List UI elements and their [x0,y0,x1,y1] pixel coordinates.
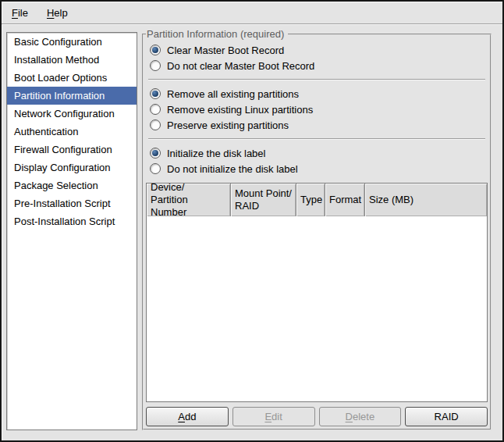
radio-preserve-partitions[interactable]: Preserve existing partitions [150,117,488,133]
menu-item-help[interactable]: Help [41,5,73,21]
app-window: File Help Basic Configuration Installati… [0,0,504,442]
separator [148,79,485,80]
sidebar-item-basic-configuration[interactable]: Basic Configuration [7,33,137,51]
radio-label: Do not clear Master Boot Record [167,60,314,72]
sidebar-item-firewall-configuration[interactable]: Firewall Configuration [7,141,137,159]
radio-no-initialize-disk-label[interactable]: Do not initialize the disk label [150,161,488,176]
menu-help-mnemonic: H [47,7,54,19]
radio-label: Remove existing Linux partitions [167,104,313,116]
sidebar-item-display-configuration[interactable]: Display Configuration [7,159,137,176]
sidebar-item-pre-installation-script[interactable]: Pre-Installation Script [7,194,137,212]
add-button[interactable]: Add [146,407,229,426]
radio-label: Initialize the disk label [167,148,265,159]
sidebar-item-boot-loader-options[interactable]: Boot Loader Options [7,69,137,87]
radio-indicator [150,88,161,99]
radio-remove-linux-partitions[interactable]: Remove existing Linux partitions [150,102,488,117]
button-mnemonic: A [178,411,185,422]
radio-label: Do not initialize the disk label [167,163,298,175]
sidebar-item-post-installation-script[interactable]: Post-Installation Script [7,212,137,230]
radio-remove-all-partitions[interactable]: Remove all existing partitions [150,86,488,102]
radio-label: Clear Master Boot Record [167,45,284,56]
menu-file-mnemonic: F [12,7,18,19]
main-content: Basic Configuration Installation Method … [2,24,502,440]
column-header-mount-point-raid[interactable]: Mount Point/ RAID [231,184,296,216]
edit-button[interactable]: Edit [232,407,315,426]
button-label: RAID [435,411,459,422]
button-label: elete [353,411,374,422]
partition-table-body [147,216,487,401]
sidebar-item-partition-information[interactable]: Partition Information [7,87,137,105]
radio-label: Preserve existing partitions [167,119,289,131]
raid-button[interactable]: RAID [405,407,488,426]
radio-no-clear-mbr[interactable]: Do not clear Master Boot Record [150,58,488,73]
menu-help-label: elp [54,7,67,19]
column-header-device-partition-number[interactable]: Device/ Partition Number [147,184,231,216]
category-list: Basic Configuration Installation Method … [6,32,137,430]
button-mnemonic: D [346,411,353,422]
sidebar-item-installation-method[interactable]: Installation Method [7,51,137,69]
frame-title: Partition Information (required) [146,28,288,40]
sidebar-item-network-configuration[interactable]: Network Configuration [7,105,137,123]
button-label: dd [185,411,196,422]
radio-indicator [150,45,161,55]
button-label: dit [272,411,282,422]
right-panel: Partition Information (required) Clear M… [142,32,492,430]
menu-item-file[interactable]: File [6,5,34,21]
table-buttons-row: Add Edit Delete RAID [146,407,488,426]
menu-bar: File Help [2,2,502,24]
column-header-type[interactable]: Type [296,184,325,216]
radio-indicator [150,104,161,115]
separator [148,138,485,140]
radio-label: Remove all existing partitions [167,88,299,100]
delete-button[interactable]: Delete [319,407,402,426]
radio-indicator [150,119,161,130]
partition-information-frame: Partition Information (required) Clear M… [142,28,492,430]
radio-indicator [150,148,161,159]
button-mnemonic: E [264,411,272,422]
column-header-format[interactable]: Format [325,184,365,216]
radio-indicator [150,163,161,174]
partition-table: Device/ Partition Number Mount Point/ RA… [146,183,488,402]
menu-file-label: ile [18,7,28,19]
radio-clear-mbr[interactable]: Clear Master Boot Record [150,42,488,58]
radio-initialize-disk-label[interactable]: Initialize the disk label [150,145,488,161]
sidebar-item-authentication[interactable]: Authentication [7,123,137,141]
partition-table-header: Device/ Partition Number Mount Point/ RA… [147,184,487,216]
sidebar-item-package-selection[interactable]: Package Selection [7,176,137,194]
radio-indicator [150,60,161,71]
column-header-size-mb[interactable]: Size (MB) [365,184,487,216]
